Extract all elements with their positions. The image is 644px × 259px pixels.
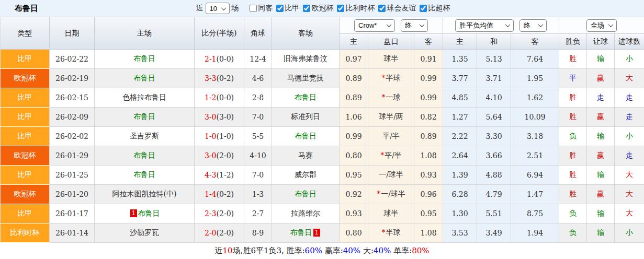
chevron-down-icon — [387, 22, 392, 27]
league-filter-checkbox[interactable] — [303, 5, 310, 12]
ah-home-odds: 1.06 — [340, 108, 368, 127]
subheader-eu-home: 主 — [443, 34, 477, 50]
league-filter[interactable]: 比超杯 — [416, 4, 450, 13]
home-team-cell[interactable]: 布鲁日 — [95, 146, 195, 166]
league-filter-label: 同客 — [258, 4, 273, 13]
corner-score: 4-10 — [244, 146, 272, 166]
league-filter[interactable]: 比甲 — [273, 4, 300, 13]
league-filter-checkbox[interactable] — [276, 5, 284, 12]
home-team-cell[interactable]: 色格拉布鲁日 — [95, 88, 195, 108]
league-badge: 比甲 — [1, 127, 50, 146]
eu-away-odds: 1.95 — [511, 69, 559, 88]
recent-count-select[interactable]: 10 — [206, 3, 230, 14]
eu-draw-odds: 3.71 — [477, 69, 511, 88]
away-team-cell[interactable]: 布鲁日 — [272, 127, 340, 146]
match-date: 26-02-22 — [50, 50, 95, 69]
scope-select[interactable]: 全场 — [586, 19, 617, 32]
team-name[interactable]: 拉路维尔 — [291, 209, 320, 217]
away-team-cell[interactable]: 威尔郡 — [272, 166, 340, 185]
team-name[interactable]: 标准列日 — [291, 112, 320, 121]
away-team-cell[interactable]: 拉路维尔 — [272, 204, 340, 223]
handicap-result-cell: 输 — [587, 50, 615, 69]
goals-result-cell: 小 — [615, 50, 644, 69]
home-team-cell[interactable]: 圣吉罗斯 — [95, 127, 195, 146]
away-team-cell[interactable]: 马德里竞技 — [272, 69, 340, 88]
league-filter[interactable]: 同客 — [246, 4, 273, 13]
match-score[interactable]: 2-0(2-0) — [195, 223, 244, 243]
team-name[interactable]: 威尔郡 — [295, 170, 317, 179]
team-name[interactable]: 沙勒罗瓦 — [130, 228, 159, 237]
goals-result-cell: 小 — [615, 223, 644, 243]
team-name[interactable]: 阿拉木图凯拉特(中) — [112, 190, 177, 198]
handicap-result-cell: 输 — [587, 223, 615, 243]
ah-home-odds: 0.97 — [340, 50, 368, 69]
eu-away-odds: 6.94 — [511, 166, 559, 185]
away-team-cell[interactable]: 马赛 — [272, 146, 340, 166]
team-title: 布鲁日 — [15, 4, 38, 14]
league-filter[interactable]: 球会友谊 — [375, 4, 416, 13]
avg-odds-select[interactable]: 胜平负均值 — [455, 19, 514, 32]
team-name[interactable]: 布鲁日 — [138, 209, 160, 217]
home-team-cell[interactable]: 布鲁日 — [95, 108, 195, 127]
match-score[interactable]: 1-2(0-0) — [195, 88, 244, 108]
summary-bar: 近10场,胜6平1负3, 胜率:60% 赢率:40% 大:40% 单率:80% — [0, 243, 644, 259]
team-name[interactable]: 布鲁日 — [295, 132, 317, 140]
team-name[interactable]: 布鲁日 — [290, 228, 312, 237]
ah-line: *一球 — [368, 88, 414, 108]
match-score[interactable]: 3-3(0-2) — [195, 69, 244, 88]
home-team-cell[interactable]: 阿拉木图凯拉特(中) — [95, 185, 195, 204]
match-score[interactable]: 2-1(0-0) — [195, 50, 244, 69]
league-filter-checkbox[interactable] — [378, 5, 386, 12]
match-score[interactable]: 1-0(1-0) — [195, 127, 244, 146]
match-score[interactable]: 4-3(1-2) — [195, 166, 244, 185]
col-header-score: 比分(半场) — [195, 17, 244, 50]
league-filter[interactable]: 欧冠杯 — [300, 4, 334, 13]
team-name[interactable]: 布鲁日 — [133, 151, 155, 159]
league-filter-checkbox[interactable] — [250, 5, 257, 12]
team-name[interactable]: 圣吉罗斯 — [130, 132, 159, 140]
team-name[interactable]: 布鲁日 — [133, 112, 155, 121]
away-team-cell[interactable]: 布鲁日 — [272, 185, 340, 204]
result-cell: 平 — [559, 69, 587, 88]
league-badge: 比甲 — [1, 108, 50, 127]
away-team-cell[interactable]: 布鲁日1 — [272, 223, 340, 243]
summary-line: 近10场,胜6平1负3, 胜率:60% 赢率:40% 大:40% 单率:80% — [215, 246, 430, 256]
team-name[interactable]: 色格拉布鲁日 — [122, 93, 166, 101]
away-team-cell[interactable]: 布鲁日 — [272, 88, 340, 108]
match-score[interactable]: 1-4(0-2) — [195, 185, 244, 204]
team-name[interactable]: 布鲁日 — [295, 93, 317, 101]
home-team-cell[interactable]: 布鲁日 — [95, 50, 195, 69]
home-team-cell[interactable]: 1布鲁日 — [95, 204, 195, 223]
avg-time-select[interactable]: 终 — [519, 19, 547, 32]
eu-draw-odds: 5.51 — [477, 204, 511, 223]
ah-line: 一/球半 — [368, 166, 414, 185]
scope-value: 全场 — [591, 21, 604, 30]
corner-score: 2-7 — [244, 204, 272, 223]
team-name[interactable]: 马赛 — [298, 151, 313, 159]
home-team-cell[interactable]: 布鲁日 — [95, 166, 195, 185]
league-filter-checkbox[interactable] — [337, 5, 344, 12]
team-name[interactable]: 布鲁日 — [133, 74, 155, 82]
league-filter-checkbox[interactable] — [420, 5, 427, 12]
home-team-cell[interactable]: 布鲁日 — [95, 69, 195, 88]
team-name[interactable]: 布鲁日 — [133, 170, 155, 179]
handicap-result-cell: 赢 — [587, 146, 615, 166]
match-score[interactable]: 3-0(2-0) — [195, 146, 244, 166]
handicap-time-select[interactable]: 终 — [401, 19, 428, 32]
eu-draw-odds: 3.49 — [477, 223, 511, 243]
scope-selector-group: 全场 — [559, 17, 644, 34]
match-score[interactable]: 3-0(3-0) — [195, 108, 244, 127]
ah-home-odds: 0.80 — [340, 146, 368, 166]
league-filter-label: 比甲 — [285, 4, 300, 13]
team-name[interactable]: 马德里竞技 — [287, 74, 324, 82]
odds-company-select[interactable]: Crow* — [354, 19, 395, 32]
match-score[interactable]: 2-3(2-0) — [195, 204, 244, 223]
away-team-cell[interactable]: 旧海弗莱鲁汶 — [272, 50, 340, 69]
away-team-cell[interactable]: 标准列日 — [272, 108, 340, 127]
team-name[interactable]: 旧海弗莱鲁汶 — [284, 54, 327, 63]
team-name[interactable]: 布鲁日 — [295, 190, 317, 198]
home-team-cell[interactable]: 沙勒罗瓦 — [95, 223, 195, 243]
team-name[interactable]: 布鲁日 — [133, 54, 155, 63]
goals-result-cell: 大 — [615, 185, 644, 204]
league-filter[interactable]: 比利时杯 — [334, 4, 375, 13]
